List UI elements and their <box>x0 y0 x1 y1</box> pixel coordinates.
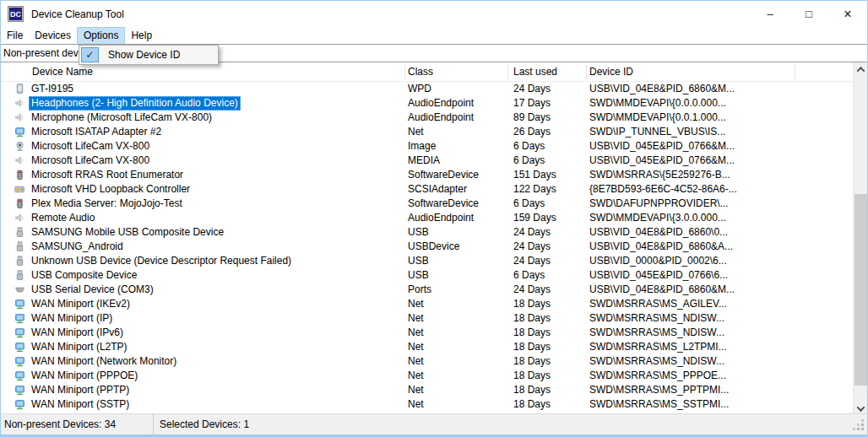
list-item[interactable]: WAN Miniport (Network Monitor)Net18 Days… <box>1 354 853 369</box>
list-item[interactable]: USB Serial Device (COM3)Ports24 DaysUSB\… <box>1 283 853 297</box>
list-item[interactable]: GT-I9195WPD24 DaysUSB\VID_04E8&PID_6860&… <box>1 82 853 96</box>
device-class: Net <box>408 340 424 354</box>
device-class: Net <box>408 311 424 326</box>
resize-grip[interactable] <box>853 419 864 430</box>
column-header-device-id[interactable]: Device ID <box>589 62 633 82</box>
camera-icon <box>14 141 25 152</box>
device-last-used: 18 Days <box>513 340 551 354</box>
chevron-down-icon <box>857 403 865 412</box>
status-selected-count: Selected Devices: 1 <box>154 414 249 434</box>
list-item[interactable]: SAMSUNG_AndroidUSBDevice24 DaysUSB\VID_0… <box>1 240 853 254</box>
list-item[interactable]: Microsoft ISATAP Adapter #2Net26 DaysSWD… <box>1 125 853 139</box>
list-item[interactable]: Microphone (Microsoft LifeCam VX-800)Aud… <box>1 111 853 125</box>
list-item[interactable]: Microsoft VHD Loopback ControllerSCSIAda… <box>1 182 853 197</box>
device-last-used: 18 Days <box>513 311 551 326</box>
column-header-last-used[interactable]: Last used <box>513 62 557 82</box>
list-item[interactable]: Microsoft LifeCam VX-800Image6 DaysUSB\V… <box>1 139 853 154</box>
usb-icon <box>14 270 25 281</box>
device-last-used: 6 Days <box>513 139 545 154</box>
device-id: USB\VID_04E8&PID_6860&A... <box>589 240 733 254</box>
network-icon <box>14 385 25 396</box>
list-item[interactable]: USB Composite DeviceUSB6 DaysUSB\VID_045… <box>1 268 853 283</box>
list-item[interactable]: Remote AudioAudioEndpoint159 DaysSWD\MMD… <box>1 211 853 225</box>
close-button[interactable]: × <box>828 1 867 27</box>
device-name: USB Composite Device <box>29 268 139 283</box>
chip-icon <box>14 198 25 209</box>
device-id: USB\VID_045E&PID_0766&M... <box>589 139 735 154</box>
vertical-scrollbar[interactable] <box>853 62 867 415</box>
device-name: Unknown USB Device (Device Descriptor Re… <box>29 254 294 268</box>
list-header: Device Name Class Last used Device ID <box>1 62 853 82</box>
network-icon <box>14 327 25 338</box>
list-item[interactable]: Microsoft LifeCam VX-800MEDIA6 DaysUSB\V… <box>1 154 853 168</box>
chevron-up-icon <box>857 67 865 75</box>
list-item[interactable]: Unknown USB Device (Device Descriptor Re… <box>1 254 853 268</box>
window-controls: – □ × <box>751 1 867 27</box>
list-item[interactable]: Headphones (2- High Definition Audio Dev… <box>1 96 853 111</box>
column-header-class[interactable]: Class <box>408 62 433 82</box>
device-class: WPD <box>408 82 431 96</box>
list-item[interactable]: WAN Miniport (L2TP)Net18 DaysSWD\MSRRAS\… <box>1 340 853 354</box>
scsi-icon <box>14 184 25 195</box>
column-separator <box>586 65 587 79</box>
list-item[interactable]: WAN Miniport (IPv6)Net18 DaysSWD\MSRRAS\… <box>1 326 853 340</box>
list-item[interactable]: SAMSUNG Mobile USB Composite DeviceUSB24… <box>1 225 853 240</box>
device-class: Net <box>408 354 424 369</box>
device-name: WAN Miniport (Network Monitor) <box>29 354 179 369</box>
device-id: {8E7BD593-6E6C-4C52-86A6-... <box>589 182 737 197</box>
device-name: WAN Miniport (IKEv2) <box>29 297 133 311</box>
device-last-used: 18 Days <box>513 397 551 412</box>
device-class: Net <box>408 383 424 397</box>
list-item[interactable]: Plex Media Server: MojoJojo-TestSoftware… <box>1 197 853 211</box>
device-id: USB\VID_045E&PID_0766&M... <box>589 154 735 168</box>
list-item[interactable]: WAN Miniport (PPTP)Net18 DaysSWD\MSRRAS\… <box>1 383 853 397</box>
phone-icon <box>14 84 25 94</box>
column-separator <box>795 65 795 79</box>
usb-icon <box>14 227 25 238</box>
usb-icon <box>14 241 25 252</box>
menu-item-show-device-id[interactable]: Show Device ID <box>108 49 180 61</box>
device-class: Net <box>408 369 424 383</box>
scroll-up-button[interactable] <box>854 62 867 77</box>
menu-file[interactable]: File <box>1 27 29 45</box>
network-icon <box>14 313 25 324</box>
menu-options[interactable]: Options <box>77 27 125 45</box>
speaker-icon <box>14 112 25 123</box>
device-id: SWD\MSRRAS\MS_L2TPMI... <box>589 340 727 354</box>
list-item[interactable]: WAN Miniport (SSTP)Net18 DaysSWD\MSRRAS\… <box>1 397 853 412</box>
network-icon <box>14 370 25 381</box>
list-item[interactable]: WAN Miniport (IKEv2)Net18 DaysSWD\MSRRAS… <box>1 297 853 311</box>
device-id: SWD\MSRRAS\MS_SSTPMI... <box>589 397 729 412</box>
menu-devices[interactable]: Devices <box>29 27 77 45</box>
list-item[interactable]: Microsoft RRAS Root EnumeratorSoftwareDe… <box>1 168 853 182</box>
device-name: WAN Miniport (L2TP) <box>29 340 130 354</box>
speaker-icon <box>14 155 25 166</box>
device-last-used: 151 Days <box>513 168 556 182</box>
maximize-button[interactable]: □ <box>789 1 828 27</box>
device-last-used: 6 Days <box>513 197 545 211</box>
minimize-button[interactable]: – <box>751 1 789 27</box>
device-class: Ports <box>408 283 431 297</box>
list-item[interactable]: WAN Miniport (PPPOE)Net18 DaysSWD\MSRRAS… <box>1 369 853 383</box>
device-class: USBDevice <box>408 240 459 254</box>
device-last-used: 18 Days <box>513 326 551 340</box>
scrollbar-thumb[interactable] <box>854 194 867 386</box>
device-class: AudioEndpoint <box>408 111 474 125</box>
device-id: USB\VID_045E&PID_0766\6... <box>589 268 728 283</box>
device-id: SWD\MSRRAS\MS_AGILEV... <box>589 297 727 311</box>
device-last-used: 122 Days <box>513 182 556 197</box>
device-last-used: 24 Days <box>513 283 551 297</box>
list-item[interactable]: WAN Miniport (IP)Net18 DaysSWD\MSRRAS\MS… <box>1 311 853 326</box>
device-class: USB <box>408 225 429 240</box>
network-icon <box>14 399 25 410</box>
device-id: SWD\MSRRAS\MS_NDISW... <box>589 311 724 326</box>
speaker-icon <box>14 98 25 109</box>
device-class: Net <box>408 397 424 412</box>
column-header-device-name[interactable]: Device Name <box>32 62 93 82</box>
device-name: Microsoft LifeCam VX-800 <box>29 139 152 154</box>
device-class: Net <box>408 326 424 340</box>
network-icon <box>14 356 25 367</box>
menu-help[interactable]: Help <box>125 27 158 45</box>
device-class: USB <box>408 268 429 283</box>
device-last-used: 18 Days <box>513 354 551 369</box>
